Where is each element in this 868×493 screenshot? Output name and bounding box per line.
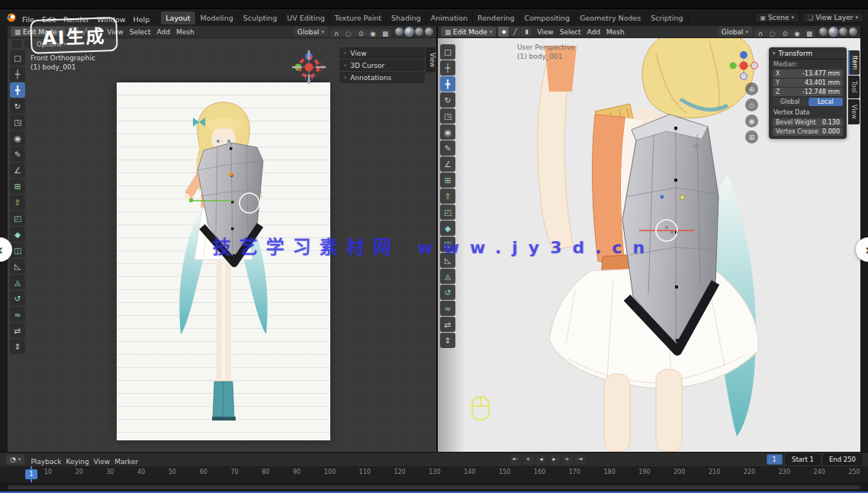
material-shading-button[interactable] [415,27,423,36]
vertex-data-field[interactable]: Bevel Weight0.130 [773,118,843,127]
space-toggle-button[interactable]: Local [809,98,844,106]
timeline-menu[interactable]: View [92,458,112,466]
viewport-menu[interactable]: Select [127,28,154,36]
move-tool[interactable]: ╋ [10,82,25,98]
sidebar-section[interactable]: ›View [339,47,425,59]
material-shading-button[interactable] [839,27,847,36]
edge-select-button[interactable]: ╱ [510,27,520,37]
poly-build-tool[interactable]: ◬ [10,275,25,290]
inset-faces-tool[interactable]: ◰ [10,211,25,226]
playhead-frame-badge[interactable]: 1 [25,469,37,479]
sidebar-section[interactable]: ›3D Cursor [339,60,425,71]
orientation-dropdown[interactable]: Global▾ [294,27,328,37]
vertex-data-field[interactable]: Vertex Crease0.000 [773,127,843,136]
solid-shading-button[interactable] [829,27,837,36]
workspace-tab[interactable]: Sculpting [239,11,282,24]
timeline-scrollbar[interactable] [8,485,860,489]
proportional-edit-icon[interactable]: ◌ [342,29,355,39]
measure-tool[interactable]: ∠ [440,156,455,172]
shrink-fatten-tool[interactable]: ⇕ [10,339,25,354]
wireframe-shading-button[interactable] [819,27,828,36]
face-select-button[interactable]: ▮ [521,27,532,37]
workspace-tab[interactable]: Layout [161,11,195,24]
cursor-tool[interactable]: ┼ [440,60,455,76]
mode-dropdown[interactable]: ▦Edit Mode▾ [441,27,496,37]
workspace-tab[interactable]: Modeling [196,11,239,24]
camera-view-icon[interactable]: ◉ [745,114,758,127]
workspace-tab[interactable]: Rendering [473,11,520,24]
sidebar-tab[interactable]: Tool [848,76,860,98]
transform-tool[interactable]: ◉ [440,124,455,140]
xray-icon[interactable]: ▩ [379,29,391,39]
navigation-gizmo[interactable] [292,50,326,84]
active-tool-icon[interactable] [12,40,21,48]
sidebar-tab[interactable]: View [848,99,860,124]
sidebar-tab[interactable]: Item [848,50,860,75]
smooth-tool[interactable]: ≈ [440,301,455,316]
pivot-point-icon[interactable]: ⊙ [779,29,791,39]
median-axis-field[interactable]: X-13.477 mm [773,69,843,78]
extrude-region-tool[interactable]: ⇧ [10,195,25,210]
proportional-edit-icon[interactable]: ◌ [767,29,779,39]
xray-icon[interactable]: ▩ [803,29,815,39]
spin-tool[interactable]: ↺ [440,285,455,300]
rendered-shading-button[interactable] [849,27,857,36]
editor-type-dropdown[interactable]: ◔▾ [6,455,24,465]
scale-tool[interactable]: ◳ [10,114,25,130]
workspace-tab[interactable]: Animation [426,11,473,24]
extrude-region-tool[interactable]: ⇧ [440,188,455,204]
annotate-tool[interactable]: ✎ [10,147,25,162]
prev-keyframe-button[interactable]: « [522,455,534,465]
median-axis-field[interactable]: Z-12.748 mm [773,88,843,96]
workspace-tab[interactable]: Scripting [646,11,688,24]
cursor-tool[interactable]: ┼ [10,66,25,82]
rendered-shading-button[interactable] [425,27,433,36]
move-tool[interactable]: ╋ [440,76,455,92]
current-frame-field[interactable]: 1 [767,454,783,465]
frame-start-field[interactable]: Start 1 [786,454,820,465]
timeline-ruler[interactable]: 1020304050607080901001101201301401501601… [0,466,868,482]
sidebar-section[interactable]: ›Annotations [339,72,425,83]
transform-tool[interactable]: ◉ [10,130,25,146]
rotate-tool[interactable]: ↻ [10,98,25,114]
sidebar-tab-view[interactable]: View [426,47,436,72]
workspace-tab[interactable]: Compositing [520,11,576,24]
edge-slide-tool[interactable]: ⇄ [10,323,25,338]
snap-magnet-icon[interactable]: ∩ [754,29,767,39]
pivot-point-icon[interactable]: ⊙ [355,29,367,39]
play-button[interactable]: ▸ [548,455,560,465]
viewport-menu[interactable]: View [534,28,556,36]
viewport-menu[interactable]: Add [583,28,603,36]
overlays-icon[interactable]: ◉ [791,29,803,39]
next-keyframe-button[interactable]: » [561,455,573,465]
workspace-tab[interactable]: Texture Paint [330,11,387,24]
workspace-tab[interactable]: Shading [387,11,426,24]
add-cube-tool[interactable]: ⊞ [440,172,455,188]
scene-selector[interactable]: ▣Scene▾ [754,12,799,23]
space-toggle-button[interactable]: Global [773,98,808,106]
snap-magnet-icon[interactable]: ∩ [330,29,342,39]
annotate-tool[interactable]: ✎ [440,140,455,156]
select-box-tool[interactable]: □ [10,50,25,66]
workspace-tab[interactable]: UV Editing [282,11,330,24]
wireframe-shading-button[interactable] [395,27,403,36]
scale-tool[interactable]: ◳ [440,108,455,124]
viewport-menu[interactable]: Mesh [173,28,198,36]
poly-build-tool[interactable]: ◬ [440,269,455,284]
overlays-icon[interactable]: ◉ [367,29,379,39]
pan-icon[interactable]: ◇ [745,98,758,111]
spin-tool[interactable]: ↺ [10,291,25,306]
knife-tool[interactable]: ◺ [10,259,25,274]
jump-to-end-button[interactable]: ⇥ [574,455,586,465]
edge-slide-tool[interactable]: ⇄ [440,317,455,332]
timeline-menu[interactable]: Keying [64,458,92,466]
blender-logo-icon[interactable] [5,12,17,23]
workspace-tab[interactable]: Geometry Nodes [575,11,646,24]
smooth-tool[interactable]: ≈ [10,307,25,322]
toggle-perspective-icon[interactable]: ⊞ [745,130,758,143]
select-box-tool[interactable]: □ [440,44,455,60]
menu-item[interactable]: Help [130,14,154,25]
viewport-menu[interactable]: Select [557,28,584,36]
vertex-select-button[interactable]: ▪ [498,27,509,37]
loop-cut-tool[interactable]: ◫ [10,243,25,258]
